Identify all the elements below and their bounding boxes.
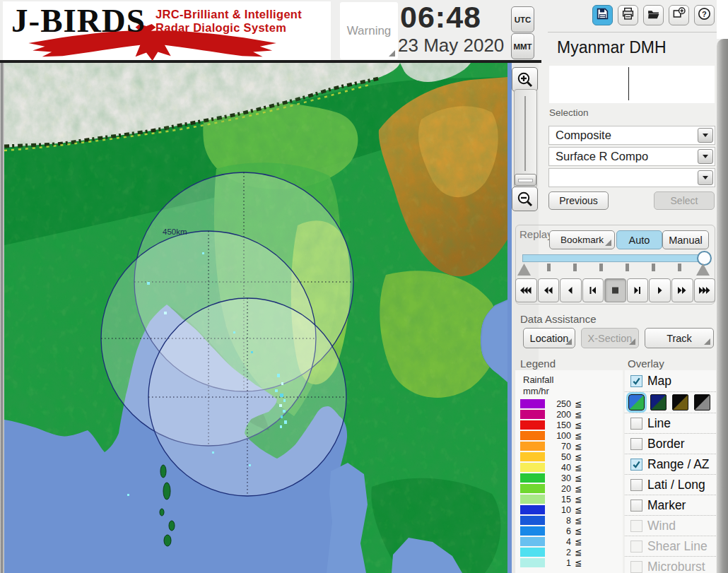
legend-color-swatch xyxy=(520,399,545,408)
help-icon: ? xyxy=(698,7,711,23)
legend-color-swatch xyxy=(520,442,545,451)
logo-panel: J-BIRDS JRC-Brilliant & Intelligent Rada… xyxy=(3,1,331,60)
legend-value: 30 xyxy=(545,473,571,483)
legend-unit-symbol: ≦ xyxy=(575,505,582,515)
map-style-swatch-2[interactable] xyxy=(650,394,667,410)
previous-button[interactable]: Previous xyxy=(548,191,609,210)
location-button[interactable]: Location xyxy=(523,328,575,348)
checkbox-lati-long[interactable] xyxy=(630,479,642,491)
legend-row: 15≦ xyxy=(515,494,623,504)
checkbox-shear-line[interactable] xyxy=(630,540,642,553)
stop-button[interactable] xyxy=(604,278,626,302)
overlay-item-microburst[interactable]: Microburst xyxy=(625,556,716,573)
legend-value: 40 xyxy=(545,463,571,473)
step-backward-button[interactable] xyxy=(582,278,604,302)
map-zoom-slider-handle[interactable] xyxy=(515,174,536,186)
overlay-item-border[interactable]: Border xyxy=(625,433,716,454)
overlay-item-map[interactable]: Map xyxy=(625,370,716,391)
timezone-mmt-button[interactable]: MMT xyxy=(511,33,534,59)
radar-map[interactable]: 450km xyxy=(4,63,512,573)
dropdown-arrow-button[interactable] xyxy=(698,128,713,143)
play-forward-button[interactable] xyxy=(649,278,671,302)
legend-unit-symbol: ≦ xyxy=(575,537,582,547)
checkbox-marker[interactable] xyxy=(630,500,642,512)
legend-unit-symbol: ≦ xyxy=(575,516,582,526)
play-reverse-button[interactable] xyxy=(560,278,582,302)
open-folder-button[interactable] xyxy=(643,5,664,25)
replay-manual-button[interactable]: Manual xyxy=(662,230,709,249)
overlay-item-label: Border xyxy=(647,437,685,451)
legend-color-swatch xyxy=(520,537,545,546)
checkbox-line[interactable] xyxy=(630,418,642,430)
print-button[interactable] xyxy=(618,5,638,25)
fastest-rewind-button[interactable] xyxy=(515,278,537,302)
timeline-tick xyxy=(652,264,655,271)
checkbox-map[interactable] xyxy=(630,375,642,387)
map-style-swatch-1[interactable] xyxy=(628,394,645,410)
station-title: Myanmar DMH xyxy=(557,38,667,57)
dropdown-arrow-button[interactable] xyxy=(698,149,713,164)
x-section-button[interactable]: X-Section xyxy=(581,328,639,348)
dropdown-arrow-button[interactable] xyxy=(698,170,713,185)
legend-value: 200 xyxy=(545,410,571,420)
checkbox-range-az[interactable] xyxy=(630,459,642,471)
legend-value: 10 xyxy=(545,505,571,515)
legend-value: 2 xyxy=(545,548,571,557)
replay-auto-button[interactable]: Auto xyxy=(616,230,662,249)
legend-value: 70 xyxy=(545,442,571,451)
save-button[interactable] xyxy=(592,5,613,25)
select-button[interactable]: Select xyxy=(654,191,715,210)
legend-unit-symbol: ≦ xyxy=(575,463,582,473)
overlay-item-line[interactable]: Line xyxy=(625,413,716,433)
legend-row: 1≦ xyxy=(515,557,623,568)
legend-value: 50 xyxy=(545,452,571,462)
step-forward-button[interactable] xyxy=(627,278,649,302)
fast-forward-button[interactable] xyxy=(671,278,693,302)
overlay-item-marker[interactable]: Marker xyxy=(625,495,716,515)
map-zoom-out-button[interactable] xyxy=(512,187,538,211)
legend-color-swatch xyxy=(520,420,545,430)
magnifier-plus-icon xyxy=(517,71,534,88)
overlay-item-wind[interactable]: Wind xyxy=(625,515,716,536)
overlay-item-shear-line[interactable]: Shear Line xyxy=(625,536,716,556)
legend-unit-symbol: ≦ xyxy=(575,410,582,420)
track-button[interactable]: Track xyxy=(645,328,714,348)
fastest-rewind-icon xyxy=(520,286,532,295)
fast-forward-icon xyxy=(676,286,688,295)
timezone-utc-button[interactable]: UTC xyxy=(511,6,534,33)
panel-scrollbar[interactable] xyxy=(717,39,728,573)
overlay-item-lati-long[interactable]: Lati / Long xyxy=(625,474,716,495)
warning-button[interactable]: Warning xyxy=(340,2,398,59)
selection-dropdown-1[interactable]: Composite xyxy=(548,126,715,145)
legend-value: 8 xyxy=(545,516,571,526)
legend-row: 250≦ xyxy=(515,398,623,409)
overlay-item-label: Marker xyxy=(647,498,686,513)
check-icon xyxy=(632,460,641,469)
overlay-item-label: Wind xyxy=(647,519,676,533)
legend-value: 1 xyxy=(545,558,571,568)
map-style-swatch-4[interactable] xyxy=(694,394,710,410)
selection-dropdown-value: Surface R Compo xyxy=(556,148,648,165)
checkbox-border[interactable] xyxy=(630,438,642,450)
help-button[interactable]: ? xyxy=(694,5,715,25)
selection-dropdown-2[interactable]: Surface R Compo xyxy=(548,147,715,166)
replay-slider-handle[interactable] xyxy=(697,251,712,266)
fast-rewind-button[interactable] xyxy=(538,278,560,302)
bookmark-button[interactable]: Bookmark xyxy=(549,230,615,249)
legend-color-swatch xyxy=(520,495,545,504)
overlay-item-range-az[interactable]: Range / AZ xyxy=(625,454,716,474)
add-image-button[interactable] xyxy=(669,5,689,25)
replay-timeline-slider[interactable] xyxy=(522,254,705,262)
checkbox-microburst[interactable] xyxy=(630,561,642,573)
fastest-forward-button[interactable] xyxy=(694,278,716,302)
stop-icon xyxy=(610,286,621,295)
checkbox-wind[interactable] xyxy=(630,520,642,532)
legend-color-swatch xyxy=(520,431,545,440)
map-style-swatch-3[interactable] xyxy=(672,394,688,410)
legend-value: 150 xyxy=(545,420,571,430)
data-assistance-label: Data Assistance xyxy=(520,313,597,325)
selection-dropdown-3[interactable] xyxy=(548,168,715,187)
map-zoom-in-button[interactable] xyxy=(512,67,538,92)
gulf-of-martaban xyxy=(327,463,368,573)
station-list-box[interactable] xyxy=(549,66,715,103)
